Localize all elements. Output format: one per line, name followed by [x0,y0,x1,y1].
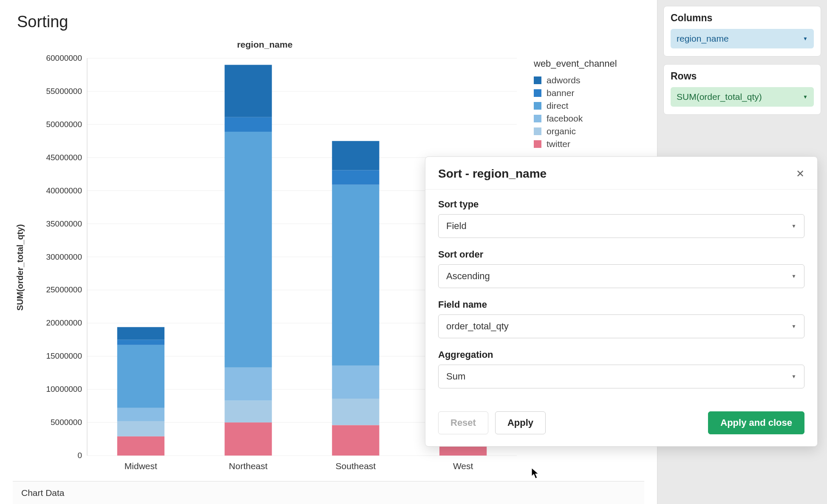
bar-segment[interactable] [117,408,164,421]
rows-panel: Rows SUM(order_total_qty) ▼ [663,64,821,115]
y-tick-label: 5000000 [51,418,82,427]
sort-order-label: Sort order [438,249,804,260]
rows-pill-label: SUM(order_total_qty) [677,92,762,102]
close-icon[interactable]: ✕ [796,168,804,180]
y-tick-label: 25000000 [46,285,82,294]
chevron-down-icon: ▼ [791,374,796,379]
y-tick-label: 45000000 [46,153,82,162]
y-axis-label: SUM(order_total_qty) [13,54,28,481]
bar-segment[interactable] [117,421,164,436]
columns-title: Columns [671,12,814,24]
aggregation-value: Sum [446,371,465,382]
y-tick-label: 15000000 [46,351,82,360]
bar-segment[interactable] [225,132,272,368]
legend-swatch-icon [534,140,541,148]
legend-swatch-icon [534,76,541,84]
chart-data-tab[interactable]: Chart Data [21,488,65,498]
reset-button[interactable]: Reset [438,411,488,434]
bar-segment[interactable] [225,368,272,401]
modal-title: Sort - region_name [438,167,547,181]
legend-item[interactable]: organic [534,126,640,136]
field-name-select[interactable]: order_total_qty ▼ [438,314,804,338]
legend-item-label: facebook [547,113,583,124]
aggregation-select[interactable]: Sum ▼ [438,365,804,388]
legend-item[interactable]: twitter [534,139,640,149]
legend-item[interactable]: adwords [534,75,640,85]
legend-swatch-icon [534,102,541,110]
page-title: Sorting [17,13,644,31]
legend-item[interactable]: facebook [534,113,640,124]
chevron-down-icon: ▼ [803,94,808,100]
x-tick-label: Midwest [125,461,157,471]
field-name-value: order_total_qty [446,321,509,332]
sort-type-select[interactable]: Field ▼ [438,214,804,238]
y-tick-label: 30000000 [46,252,82,261]
columns-pill-region-name[interactable]: region_name ▼ [671,29,814,48]
chevron-down-icon: ▼ [791,223,796,229]
y-tick-label: 50000000 [46,120,82,129]
bar-segment[interactable] [332,170,379,184]
y-tick-label: 20000000 [46,318,82,327]
apply-and-close-button[interactable]: Apply and close [708,411,804,434]
legend-item-label: banner [547,88,574,98]
chevron-down-icon: ▼ [791,323,796,329]
bar-segment[interactable] [332,399,379,425]
y-tick-label: 60000000 [46,54,82,62]
legend-item-label: twitter [547,139,570,149]
columns-pill-label: region_name [677,34,729,44]
sort-order-select[interactable]: Ascending ▼ [438,264,804,288]
sort-type-label: Sort type [438,199,804,210]
field-name-label: Field name [438,299,804,310]
legend-swatch-icon [534,127,541,135]
y-tick-label: 10000000 [46,385,82,394]
chart-subtitle: region_name [13,40,644,50]
x-tick-label: Southeast [336,461,376,471]
bar-segment[interactable] [117,340,164,345]
bar-segment[interactable] [332,185,379,365]
bar-segment[interactable] [332,365,379,399]
bar-segment[interactable] [332,141,379,170]
sort-modal: Sort - region_name ✕ Sort type Field ▼ S… [425,156,818,447]
legend-item-label: organic [547,126,576,136]
legend-swatch-icon [534,89,541,97]
rows-pill-sum-order-total-qty[interactable]: SUM(order_total_qty) ▼ [671,87,814,107]
aggregation-label: Aggregation [438,349,804,360]
y-tick-label: 55000000 [46,87,82,96]
y-tick-label: 0 [77,451,82,460]
bar-segment[interactable] [225,117,272,132]
legend-item-label: direct [547,101,568,111]
legend-item[interactable]: banner [534,88,640,98]
sort-type-value: Field [446,221,467,232]
chevron-down-icon: ▼ [791,273,796,279]
bar-segment[interactable] [117,327,164,340]
bar-segment[interactable] [332,425,379,456]
x-tick-label: West [453,461,473,471]
bar-segment[interactable] [225,401,272,422]
bar-segment[interactable] [117,436,164,456]
x-tick-label: Northeast [229,461,268,471]
legend-item[interactable]: direct [534,101,640,111]
legend-item-label: adwords [547,75,580,85]
y-tick-label: 40000000 [46,186,82,195]
bar-segment[interactable] [225,422,272,456]
columns-panel: Columns region_name ▼ [663,6,821,57]
y-tick-label: 35000000 [46,219,82,228]
chevron-down-icon: ▼ [803,36,808,42]
legend-swatch-icon [534,115,541,122]
legend-title: web_event_channel [534,58,640,69]
bar-segment[interactable] [225,65,272,117]
rows-title: Rows [671,71,814,82]
apply-button[interactable]: Apply [495,411,546,434]
bar-segment[interactable] [117,345,164,408]
sort-order-value: Ascending [446,271,490,282]
